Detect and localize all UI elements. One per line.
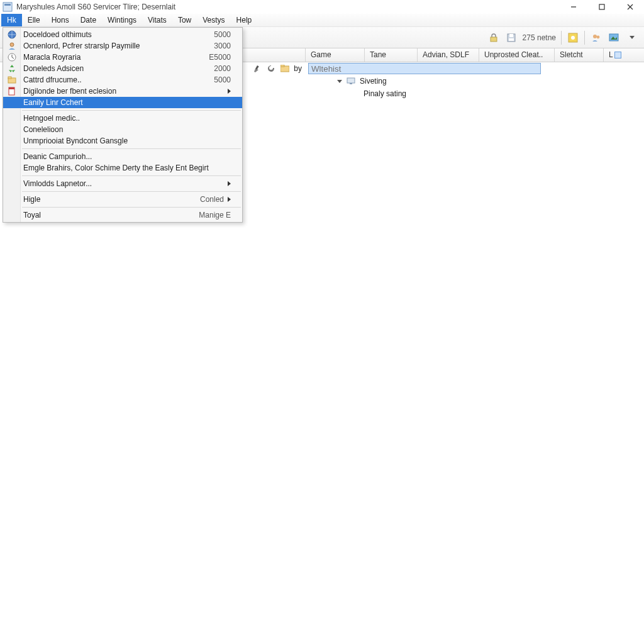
svg-rect-26 (347, 78, 355, 83)
toolbar-separator (561, 31, 562, 45)
toolbar-count: 275 netne (523, 33, 556, 42)
by-label: by (294, 64, 302, 73)
square-icon (614, 52, 621, 58)
toolbar-separator (584, 31, 585, 45)
menu-date[interactable]: Date (75, 14, 102, 26)
dd-item-hetngoel[interactable]: Hetngoel medic.. (3, 113, 242, 124)
dd-item-vimlodds[interactable]: Vimlodds Lapnetor... (3, 178, 242, 189)
edit-icon[interactable] (252, 64, 262, 74)
folder-small-icon[interactable] (280, 64, 290, 74)
window-title: Maryshules Amoll S60 Servicer Tlire; Des… (16, 3, 559, 11)
menu-tow[interactable]: Tow (172, 14, 197, 26)
blank-icon (6, 97, 18, 108)
chevron-down-icon (630, 36, 635, 39)
dd-item-eanily-highlight[interactable]: Eanily Linr Cchert (3, 97, 242, 108)
svg-point-18 (571, 36, 575, 40)
minimize-button[interactable] (559, 0, 587, 14)
col-sletcht[interactable]: Sletcht (555, 48, 604, 62)
svg-point-7 (10, 43, 14, 47)
dropdown-separator (22, 191, 241, 192)
menu-vestys[interactable]: Vestys (197, 14, 230, 26)
dropdown-separator (22, 148, 241, 149)
picture-icon[interactable] (606, 30, 621, 45)
svg-rect-16 (509, 38, 514, 41)
svg-rect-25 (280, 65, 284, 67)
folder-icon (6, 75, 18, 85)
save-icon[interactable] (504, 30, 519, 45)
window-controls (559, 0, 644, 14)
svg-rect-15 (509, 34, 513, 37)
monitor-icon (346, 76, 356, 86)
svg-rect-27 (350, 83, 352, 84)
doc-icon (6, 86, 18, 96)
svg-rect-3 (599, 4, 604, 9)
row-label: Pinaly sating (364, 89, 406, 98)
dropdown-separator (22, 175, 241, 176)
maximize-button[interactable] (587, 0, 616, 14)
refresh-icon[interactable] (266, 64, 276, 74)
menu-wintings[interactable]: Wintings (102, 14, 142, 26)
dd-item-digilonde[interactable]: Digilonde ber fbent eclesion (3, 86, 242, 97)
dropdown-separator (22, 207, 241, 208)
dropdown-separator (22, 110, 241, 111)
toolbar-dropdown[interactable] (624, 30, 639, 45)
submenu-caret-icon (228, 197, 231, 202)
expand-icon[interactable] (337, 80, 342, 83)
col-unprosted[interactable]: Unprosted Cleat.. (479, 48, 555, 62)
menu-elle[interactable]: Elle (22, 14, 46, 26)
dd-item-cattrd[interactable]: Cattrd dfrucume.. 5000 (3, 74, 242, 86)
dd-item-higle[interactable]: Higle Conled (3, 194, 242, 205)
person-icon (6, 41, 18, 51)
submenu-caret-icon (228, 181, 231, 186)
filter-input[interactable] (308, 63, 541, 74)
dd-item-deanic[interactable]: Deanic Campurioh... (3, 151, 242, 162)
lock-icon[interactable] (486, 30, 501, 45)
svg-rect-13 (491, 37, 497, 42)
svg-rect-1 (4, 4, 11, 6)
menu-hons[interactable]: Hons (46, 14, 75, 26)
menu-hk[interactable]: Hk (1, 14, 22, 26)
globe-icon (6, 30, 18, 40)
col-tane[interactable]: Tane (365, 48, 418, 62)
submenu-caret-icon (228, 89, 231, 94)
svg-point-20 (597, 35, 600, 38)
dropdown-menu: Doceldoed olthimuts 5000 Ocnenlord, Pcfr… (3, 27, 243, 223)
menu-vitats[interactable]: Vitats (142, 14, 172, 26)
col-advian[interactable]: Advian, SDLF (418, 48, 479, 62)
dd-item-doneleds[interactable]: Doneleds Adsicen 2000 (3, 63, 242, 74)
recycle-icon (6, 64, 18, 74)
menu-help[interactable]: Help (231, 14, 258, 26)
clock-icon (6, 52, 18, 62)
dd-item-maracla[interactable]: Maracla Royraria E5000 (3, 52, 242, 63)
menu-bar: Hk Elle Hons Date Wintings Vitats Tow Ve… (0, 14, 644, 27)
close-button[interactable] (616, 0, 644, 14)
row-label: Siveting (360, 77, 387, 86)
col-last[interactable]: L (604, 48, 644, 62)
title-bar: Maryshules Amoll S60 Servicer Tlire; Des… (0, 0, 644, 14)
dd-item-ocnenlord[interactable]: Ocnenlord, Pcfrer strarslp Paymille 3000 (3, 40, 242, 52)
dd-item-toyal[interactable]: Toyal Manige E (3, 209, 242, 221)
dd-item-conelelioon[interactable]: Conelelioon (3, 124, 242, 135)
dd-item-unmpriooiat[interactable]: Unmpriooiat Byndcont Gansgle (3, 135, 242, 147)
dd-item-doceldoed[interactable]: Doceldoed olthimuts 5000 (3, 29, 242, 40)
col-game[interactable]: Game (306, 48, 365, 62)
svg-rect-10 (8, 77, 11, 79)
dd-item-emgle[interactable]: Emgle Brahirs, Color Schime Derty the Ea… (3, 162, 242, 174)
badge-icon[interactable] (565, 30, 580, 45)
svg-rect-12 (9, 87, 14, 89)
svg-point-19 (593, 35, 597, 38)
users-icon[interactable] (589, 30, 604, 45)
app-icon (3, 2, 13, 12)
